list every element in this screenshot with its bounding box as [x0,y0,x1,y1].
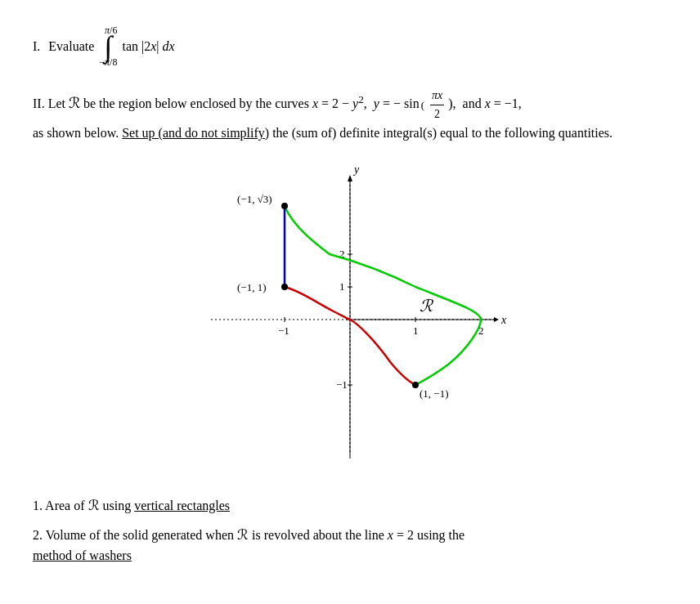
list-item-1: 1. Area of ℛ using vertical rectangles [33,495,667,517]
region-label: ℛ [420,297,434,315]
problem-I-label: I. [33,39,40,54]
y-axis-arrow [348,175,352,181]
point-bottom-right [412,382,419,388]
R-symbol-1: ℛ [69,95,80,111]
problem-II: II. Let ℛ be the region below enclosed b… [33,87,667,143]
label-bottom-right: (1, −1) [420,387,449,400]
problem-I: I. Evaluate π/6 ∫ −π/8 tan |2x| dx [33,25,667,69]
R-symbol-2: ℛ [88,498,100,513]
item1-number: 1. [33,499,43,512]
point-mid-left [281,284,288,290]
x-eq-2: x [388,528,393,542]
label-top-left: (−1, √3) [237,193,272,205]
lower-limit: −π/8 [99,56,117,69]
label-ypos1: 1 [339,280,345,293]
graph: x y −1 1 2 2 1 −1 (− [178,160,522,471]
green-curve [285,206,481,385]
list-item-2: 2. Volume of the solid generated when ℛ … [33,525,667,566]
label-xpos1: 1 [413,324,419,337]
eq-x: x [312,96,318,110]
setup-instruction: Set up (and do not simplify) [122,126,269,140]
integrand: tan |2x| dx [122,39,174,54]
problem-I-text: Evaluate [48,39,94,54]
method-of-washers: method of washers [33,548,132,562]
item2-number: 2. [33,528,43,542]
vertical-rectangles: vertical rectangles [134,499,230,512]
integral-expression: π/6 ∫ −π/8 tan |2x| dx [99,25,174,69]
label-xneg1: −1 [278,324,289,337]
x-axis-arrow [494,317,499,322]
y-axis-label: y [352,163,360,176]
x-axis-label: x [500,314,507,326]
R-symbol-3: ℛ [237,527,249,543]
label-yneg1: −1 [336,378,348,391]
graph-container: x y −1 1 2 2 1 −1 (− [33,160,667,471]
label-mid-left: (−1, 1) [237,281,267,293]
problem-list: 1. Area of ℛ using vertical rectangles 2… [33,495,667,566]
point-top-left [281,203,288,209]
problem-II-label: II. [33,96,45,110]
